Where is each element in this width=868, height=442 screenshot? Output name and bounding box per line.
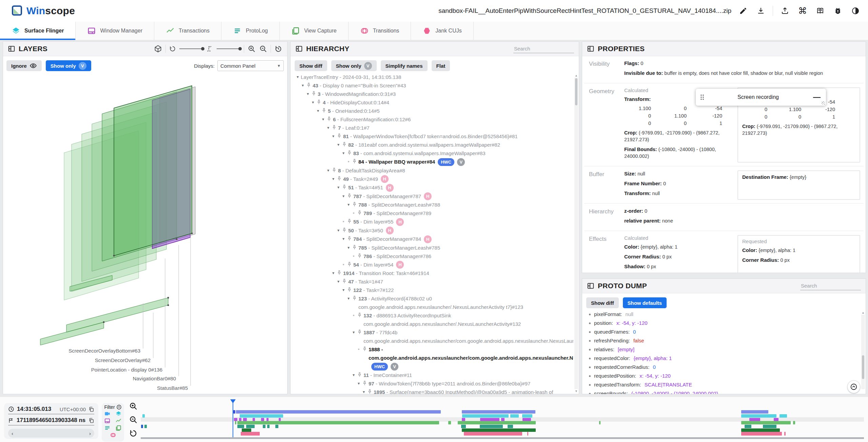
copy-icon[interactable] — [88, 418, 94, 423]
timeline-segment[interactable] — [461, 425, 466, 428]
pin-icon[interactable] — [341, 141, 348, 147]
transactions-trace-icon[interactable] — [115, 418, 122, 424]
pin-icon[interactable] — [352, 201, 358, 207]
spacing-slider[interactable] — [217, 48, 240, 49]
tree-node[interactable]: ▾50 - Task=3#50H — [293, 226, 573, 235]
timeline-segment[interactable] — [236, 410, 441, 414]
timeline-segment[interactable] — [240, 414, 283, 418]
hierarchy-search-input[interactable] — [513, 44, 574, 53]
show-diff-button[interactable]: Show diff — [295, 60, 327, 71]
download-icon[interactable] — [755, 5, 767, 17]
pin-icon[interactable] — [347, 217, 353, 224]
timeline-segment[interactable] — [246, 425, 255, 428]
timeline-segment[interactable] — [462, 418, 465, 421]
tree-node[interactable]: ●55 - Dim layer#55H — [293, 217, 573, 226]
timeline-segment[interactable] — [793, 421, 795, 424]
timeline-segment[interactable] — [741, 414, 776, 418]
edit-icon[interactable] — [737, 5, 749, 17]
tab-transactions[interactable]: Transactions — [154, 22, 221, 40]
timeline-segment[interactable] — [749, 418, 760, 421]
pin-icon[interactable] — [341, 183, 348, 190]
expand-toggle-icon[interactable]: ▾ — [351, 371, 357, 379]
layer-label[interactable]: PointerLocation - display 0#136 — [91, 367, 162, 373]
tree-node[interactable]: ▾7 - Leaf:0:1#7 — [293, 124, 573, 132]
panel-collapse-icon[interactable] — [587, 282, 594, 290]
minimize-button[interactable]: — — [808, 93, 826, 101]
human-time-row[interactable]: 14:31:05.013 UTC+00:00 — [8, 406, 94, 414]
tree-node[interactable]: ▾49 - Task=2#49H — [293, 175, 573, 184]
expand-toggle-icon[interactable]: ▾ — [340, 149, 347, 157]
timeline-track-window-manager[interactable] — [141, 418, 864, 421]
simplify-names-button[interactable]: Simplify names — [381, 60, 428, 71]
tree-node[interactable]: ▾97 - WindowToken{7f78b6b type=2011 andr… — [293, 379, 573, 388]
screen-recording-overlay[interactable]: Screen recording — — [696, 89, 826, 106]
window-manager-trace-icon[interactable] — [104, 418, 111, 424]
timeline-segment[interactable] — [480, 425, 503, 428]
proto-row[interactable]: queuedFrames:0 — [589, 328, 857, 336]
layer-label[interactable]: ScreenDecorOverlayBottom#63 — [68, 348, 140, 354]
panel-collapse-icon[interactable] — [295, 45, 303, 52]
show-only-button[interactable]: Show onlyV — [331, 60, 377, 71]
tree-node[interactable]: ▾122 - Task=7#122 — [293, 286, 573, 294]
panel-collapse-icon[interactable] — [587, 45, 594, 52]
timeline-segment[interactable] — [261, 418, 264, 421]
timeline-segment[interactable] — [242, 428, 251, 432]
timeline-segment[interactable] — [235, 421, 236, 424]
tab-jank-cujs[interactable]: Jank CUJs — [411, 22, 473, 40]
timeline-segment[interactable] — [774, 418, 778, 421]
expand-toggle-icon[interactable]: ▾ — [325, 124, 331, 132]
timeline-canvas[interactable] — [141, 403, 864, 439]
pin-icon[interactable] — [352, 157, 358, 164]
timeline-zoom-out-icon[interactable] — [129, 415, 138, 424]
timeline-zoom-in-icon[interactable] — [129, 402, 138, 411]
proto-row[interactable]: relatives:[empty] — [589, 345, 857, 354]
show-diff-button[interactable]: Show diff — [586, 297, 619, 308]
tree-node[interactable]: ●786 - SplitDecorManager#786 — [293, 252, 573, 260]
expand-toggle-icon[interactable]: ▾ — [330, 175, 336, 183]
pin-icon[interactable] — [336, 175, 343, 182]
scroll-to-top-button[interactable] — [847, 380, 860, 393]
pin-icon[interactable] — [336, 269, 343, 276]
timeline-segment[interactable] — [741, 410, 768, 414]
expand-toggle-icon[interactable]: ▾ — [340, 192, 347, 201]
expand-toggle-icon[interactable]: ▾ — [325, 166, 331, 175]
expand-toggle-icon[interactable]: ▾ — [305, 90, 311, 98]
tab-view-capture[interactable]: View Capture — [280, 22, 349, 40]
tree-node[interactable]: ▾81 - WallpaperWindowToken{fcfbcd7 token… — [293, 132, 573, 141]
timeline-segment[interactable] — [462, 410, 535, 414]
tree-node[interactable]: ▾11 - ImeContainer#11 — [293, 371, 573, 379]
tree-node[interactable]: ▾1914 - Transition Root: Task=46#1914 — [293, 269, 573, 277]
timeline-segment[interactable] — [458, 421, 536, 424]
timeline-cursor[interactable] — [233, 403, 233, 437]
upload-icon[interactable] — [779, 5, 791, 17]
proto-row[interactable]: requestedCornerRadius:0 — [589, 363, 857, 372]
timeline-segment[interactable] — [237, 421, 439, 424]
tree-node[interactable]: ●84 - Wallpaper BBQ wrapper#84HWCV — [293, 157, 573, 166]
tree-node[interactable]: ●789 - SplitDecorManager#789 — [293, 209, 573, 217]
prev-frame-button[interactable]: ‹ — [12, 430, 13, 436]
show-defaults-button[interactable]: Show defaults — [623, 297, 667, 308]
pin-icon[interactable] — [336, 132, 343, 139]
pin-icon[interactable] — [331, 166, 338, 173]
layers-3d-view[interactable] — [3, 42, 288, 395]
screen-recording-trace-icon[interactable] — [104, 411, 111, 417]
timeline-segment[interactable] — [253, 418, 255, 421]
reset-view-icon[interactable] — [274, 45, 282, 53]
ignore-button[interactable]: Ignore — [6, 60, 42, 71]
timeline-segment[interactable] — [780, 414, 787, 418]
timeline-segment[interactable] — [522, 414, 532, 418]
expand-toggle-icon[interactable]: ▾ — [330, 269, 336, 277]
timeline-segment[interactable] — [233, 410, 235, 414]
pin-icon[interactable] — [311, 90, 318, 97]
pin-icon[interactable] — [352, 244, 358, 250]
expand-toggle-icon[interactable]: ▾ — [330, 132, 336, 141]
timeline-segment[interactable] — [501, 418, 505, 421]
timeline-segment[interactable] — [241, 432, 260, 436]
proto-row[interactable]: pixelFormat:null — [589, 310, 857, 319]
tree-node[interactable]: ●132 - d886913 ActivityRecordInputSink c… — [293, 311, 573, 328]
proto-search-input[interactable] — [800, 281, 861, 290]
timeline-segment[interactable] — [741, 428, 780, 432]
timeline-segment[interactable] — [763, 425, 776, 428]
timeline-track-view-capture[interactable] — [141, 428, 864, 432]
tree-node[interactable]: ▾47 - Task=1#47 — [293, 277, 573, 286]
